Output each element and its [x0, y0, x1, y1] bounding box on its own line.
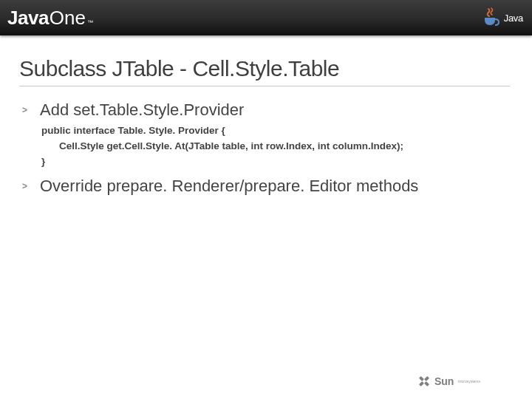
title-underline [19, 86, 510, 86]
bullet-label: Override prepare. Renderer/prepare. Edit… [40, 176, 510, 197]
code-line: Cell.Style get.Cell.Style. At(JTable tab… [41, 139, 510, 154]
slide-title: Subclass JTable - Cell.Style.Table [19, 56, 510, 81]
sun-logo-icon [417, 374, 432, 389]
chevron-right-icon: > [19, 100, 40, 120]
bullet-item: > Override prepare. Renderer/prepare. Ed… [19, 176, 510, 197]
svg-rect-3 [419, 381, 424, 386]
code-line: } [41, 156, 45, 167]
svg-rect-2 [424, 376, 429, 381]
slide-body: Subclass JTable - Cell.Style.Table > Add… [0, 35, 532, 197]
footer-brand-text: Sun [434, 375, 454, 387]
footer-sub-text: microsystems [457, 379, 480, 383]
coffee-cup-icon [480, 7, 499, 29]
javaone-logo-java: Java [7, 7, 49, 30]
chevron-right-icon: > [19, 176, 40, 197]
code-line: public interface Table. Style. Provider … [41, 125, 225, 136]
bullet-label: Add set.Table.Style.Provider [40, 100, 510, 120]
header-bar: JavaOne™ Java [0, 0, 532, 35]
javaone-logo-tm: ™ [87, 19, 93, 26]
footer-branding: Sun microsystems [417, 374, 480, 389]
bullet-list: > Add set.Table.Style.Provider public in… [19, 100, 510, 197]
javaone-logo: JavaOne™ [7, 7, 93, 30]
java-logo: Java [480, 7, 523, 29]
svg-rect-1 [424, 381, 429, 386]
java-logo-text: Java [504, 13, 523, 24]
code-block: public interface Table. Style. Provider … [40, 123, 510, 170]
svg-rect-0 [419, 376, 424, 381]
bullet-item: > Add set.Table.Style.Provider public in… [19, 100, 510, 173]
javaone-logo-one: One [50, 7, 86, 30]
